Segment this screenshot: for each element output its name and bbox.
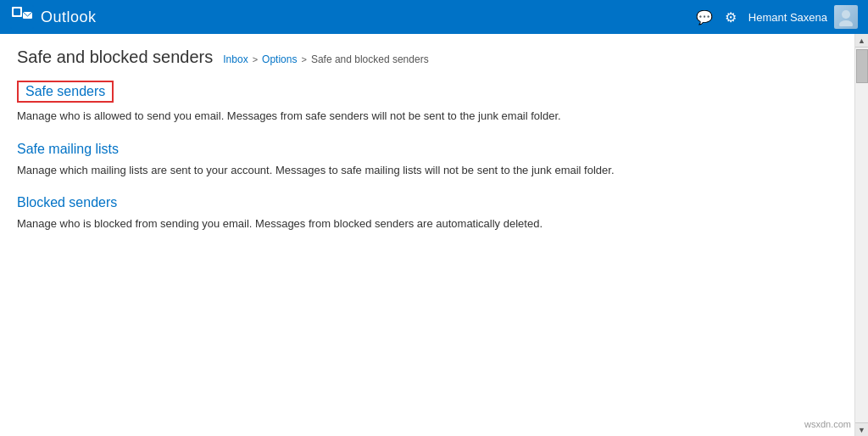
user-info[interactable]: Hemant Saxena bbox=[748, 5, 858, 29]
blocked-senders-description: Manage who is blocked from sending you e… bbox=[17, 215, 837, 232]
scrollbar: ▲ ▼ bbox=[854, 34, 868, 436]
blocked-senders-title[interactable]: Blocked senders bbox=[17, 195, 117, 210]
outlook-logo-icon bbox=[10, 5, 34, 29]
page-title: Safe and blocked senders bbox=[17, 48, 213, 67]
page-header: Safe and blocked senders Inbox > Options… bbox=[17, 48, 837, 67]
breadcrumb: Inbox > Options > Safe and blocked sende… bbox=[223, 53, 428, 65]
breadcrumb-current: Safe and blocked senders bbox=[311, 53, 429, 65]
chat-icon[interactable]: 💬 bbox=[696, 9, 713, 25]
safe-senders-description: Manage who is allowed to send you email.… bbox=[17, 108, 837, 125]
safe-senders-title-highlighted[interactable]: Safe senders bbox=[17, 81, 114, 103]
breadcrumb-inbox[interactable]: Inbox bbox=[223, 53, 248, 65]
breadcrumb-options[interactable]: Options bbox=[262, 53, 297, 65]
app-title: Outlook bbox=[41, 8, 97, 26]
user-name: Hemant Saxena bbox=[748, 11, 827, 24]
outlook-logo bbox=[10, 5, 34, 29]
safe-mailing-lists-title[interactable]: Safe mailing lists bbox=[17, 142, 119, 157]
content-area: Safe and blocked senders Inbox > Options… bbox=[0, 34, 854, 436]
svg-point-5 bbox=[842, 10, 850, 19]
watermark: wsxdn.com bbox=[804, 419, 851, 429]
scrollbar-down-button[interactable]: ▼ bbox=[855, 422, 869, 436]
navbar-right: 💬 ⚙ Hemant Saxena bbox=[696, 5, 858, 29]
breadcrumb-sep-2: > bbox=[301, 54, 306, 64]
settings-icon[interactable]: ⚙ bbox=[725, 9, 737, 25]
navbar: Outlook 💬 ⚙ Hemant Saxena bbox=[0, 0, 868, 34]
scrollbar-thumb[interactable] bbox=[856, 49, 868, 83]
section-blocked-senders: Blocked senders Manage who is blocked fr… bbox=[17, 195, 837, 232]
scrollbar-up-button[interactable]: ▲ bbox=[855, 34, 869, 48]
svg-point-6 bbox=[839, 20, 853, 26]
breadcrumb-sep-1: > bbox=[253, 54, 258, 64]
main-container: Safe and blocked senders Inbox > Options… bbox=[0, 34, 868, 436]
section-safe-senders: Safe senders Manage who is allowed to se… bbox=[17, 81, 837, 125]
section-safe-mailing-lists: Safe mailing lists Manage which mailing … bbox=[17, 142, 837, 179]
safe-mailing-lists-description: Manage which mailing lists are sent to y… bbox=[17, 162, 837, 179]
avatar bbox=[834, 5, 858, 29]
navbar-left: Outlook bbox=[10, 5, 97, 29]
svg-rect-3 bbox=[14, 8, 20, 15]
